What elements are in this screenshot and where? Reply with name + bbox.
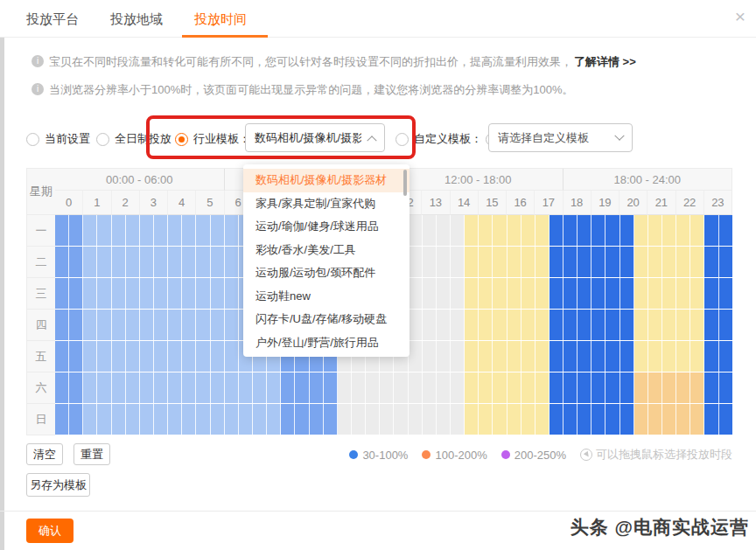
- schedule-cell[interactable]: [380, 404, 394, 435]
- schedule-cell[interactable]: [578, 341, 592, 372]
- schedule-cell[interactable]: [366, 372, 380, 403]
- schedule-cell[interactable]: [508, 310, 522, 340]
- schedule-cell[interactable]: [55, 247, 69, 277]
- schedule-cell[interactable]: [409, 310, 423, 340]
- schedule-cell[interactable]: [662, 404, 676, 435]
- schedule-cell[interactable]: [550, 341, 564, 372]
- schedule-cell[interactable]: [648, 310, 662, 340]
- schedule-cell[interactable]: [550, 215, 564, 246]
- schedule-cell[interactable]: [168, 341, 182, 372]
- close-icon[interactable]: ×: [735, 7, 746, 25]
- schedule-cell[interactable]: [648, 278, 662, 309]
- schedule-cell[interactable]: [648, 341, 662, 372]
- schedule-cell[interactable]: [662, 310, 676, 340]
- schedule-cell[interactable]: [112, 404, 126, 435]
- schedule-cell[interactable]: [182, 372, 196, 403]
- schedule-cell[interactable]: [97, 215, 111, 246]
- schedule-cell[interactable]: [112, 278, 126, 309]
- schedule-cell[interactable]: [154, 310, 168, 340]
- schedule-cell[interactable]: [409, 247, 423, 277]
- reset-button[interactable]: 重置: [74, 443, 110, 465]
- schedule-cell[interactable]: [536, 247, 550, 277]
- schedule-cell[interactable]: [437, 278, 451, 309]
- schedule-cell[interactable]: [648, 247, 662, 277]
- schedule-cell[interactable]: [168, 404, 182, 435]
- schedule-cell[interactable]: [126, 215, 140, 246]
- schedule-cell[interactable]: [592, 247, 606, 277]
- schedule-cell[interactable]: [394, 404, 408, 435]
- schedule-cell[interactable]: [168, 310, 182, 340]
- schedule-cell[interactable]: [423, 310, 437, 340]
- schedule-cell[interactable]: [423, 404, 437, 435]
- schedule-cell[interactable]: [479, 372, 493, 403]
- schedule-cell[interactable]: [479, 247, 493, 277]
- schedule-cell[interactable]: [324, 372, 338, 403]
- schedule-cell[interactable]: [508, 372, 522, 403]
- schedule-cell[interactable]: [606, 372, 620, 403]
- schedule-cell[interactable]: [522, 372, 536, 403]
- schedule-cell[interactable]: [578, 372, 592, 403]
- schedule-cell[interactable]: [253, 404, 267, 435]
- schedule-cell[interactable]: [465, 247, 479, 277]
- schedule-cell[interactable]: [83, 310, 97, 340]
- dropdown-item[interactable]: 运动服/运动包/颈环配件: [243, 261, 410, 285]
- schedule-cell[interactable]: [225, 247, 239, 277]
- schedule-cell[interactable]: [676, 372, 690, 403]
- schedule-cell[interactable]: [69, 372, 83, 403]
- schedule-cell[interactable]: [690, 247, 704, 277]
- schedule-cell[interactable]: [267, 372, 281, 403]
- schedule-cell[interactable]: [550, 404, 564, 435]
- schedule-cell[interactable]: [704, 341, 718, 372]
- schedule-cell[interactable]: [154, 278, 168, 309]
- schedule-cell[interactable]: [324, 404, 338, 435]
- schedule-cell[interactable]: [295, 372, 309, 403]
- schedule-cell[interactable]: [126, 278, 140, 309]
- schedule-cell[interactable]: [606, 404, 620, 435]
- schedule-cell[interactable]: [196, 278, 210, 309]
- schedule-cell[interactable]: [394, 372, 408, 403]
- schedule-cell[interactable]: [676, 310, 690, 340]
- schedule-cell[interactable]: [564, 247, 578, 277]
- schedule-cell[interactable]: [451, 404, 465, 435]
- schedule-cell[interactable]: [634, 278, 648, 309]
- schedule-cell[interactable]: [423, 372, 437, 403]
- schedule-cell[interactable]: [97, 372, 111, 403]
- schedule-cell[interactable]: [719, 341, 732, 372]
- schedule-cell[interactable]: [196, 247, 210, 277]
- schedule-cell[interactable]: [564, 215, 578, 246]
- schedule-cell[interactable]: [423, 278, 437, 309]
- schedule-cell[interactable]: [69, 404, 83, 435]
- radio-icon[interactable]: [26, 133, 39, 146]
- schedule-cell[interactable]: [451, 310, 465, 340]
- schedule-cell[interactable]: [112, 215, 126, 246]
- schedule-cell[interactable]: [704, 310, 718, 340]
- schedule-cell[interactable]: [97, 404, 111, 435]
- schedule-cell[interactable]: [508, 404, 522, 435]
- radio-icon-checked[interactable]: [175, 133, 188, 146]
- schedule-cell[interactable]: [578, 247, 592, 277]
- schedule-cell[interactable]: [211, 404, 225, 435]
- dropdown-item[interactable]: 数码相机/摄像机/摄影器材: [243, 169, 410, 192]
- radio-icon[interactable]: [96, 133, 109, 146]
- schedule-cell[interactable]: [437, 341, 451, 372]
- schedule-cell[interactable]: [648, 215, 662, 246]
- schedule-cell[interactable]: [578, 404, 592, 435]
- schedule-cell[interactable]: [69, 215, 83, 246]
- schedule-cell[interactable]: [550, 310, 564, 340]
- schedule-cell[interactable]: [55, 278, 69, 309]
- schedule-cell[interactable]: [352, 372, 366, 403]
- schedule-cell[interactable]: [676, 278, 690, 309]
- schedule-cell[interactable]: [508, 215, 522, 246]
- schedule-cell[interactable]: [479, 310, 493, 340]
- schedule-cell[interactable]: [281, 404, 295, 435]
- schedule-cell[interactable]: [564, 372, 578, 403]
- radio-fullday-delivery[interactable]: 全日制投放: [96, 131, 172, 147]
- schedule-cell[interactable]: [154, 372, 168, 403]
- schedule-cell[interactable]: [606, 215, 620, 246]
- schedule-cell[interactable]: [550, 372, 564, 403]
- schedule-cell[interactable]: [536, 341, 550, 372]
- schedule-cell[interactable]: [55, 310, 69, 340]
- dropdown-item[interactable]: 运动/瑜伽/健身/球迷用品: [243, 215, 410, 239]
- schedule-cell[interactable]: [578, 215, 592, 246]
- schedule-cell[interactable]: [55, 372, 69, 403]
